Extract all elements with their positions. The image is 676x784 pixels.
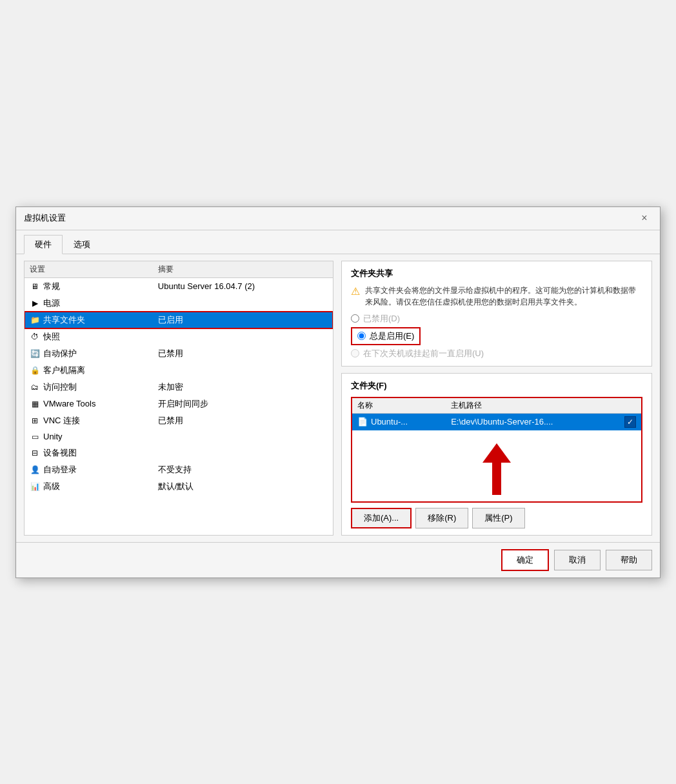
setting-name-text: 访问控制 xyxy=(43,381,77,393)
help-button[interactable]: 帮助 xyxy=(606,550,652,570)
setting-summary-cell: 已禁用 xyxy=(153,412,333,429)
folder-col-enabled xyxy=(619,398,641,414)
setting-name-cell: 📁共享文件夹 xyxy=(25,312,153,328)
tab-hardware[interactable]: 硬件 xyxy=(24,235,63,254)
col-setting: 设置 xyxy=(25,261,153,278)
setting-name-cell: 🗂访问控制 xyxy=(25,379,153,396)
radio-always[interactable] xyxy=(357,332,366,340)
tab-options[interactable]: 选项 xyxy=(63,235,101,254)
setting-name-cell: ▶电源 xyxy=(25,295,153,312)
setting-summary-cell: 默认/默认 xyxy=(153,478,333,495)
radio-next-row: 在下次关机或挂起前一直启用(U) xyxy=(351,348,642,359)
radio-always-outline: 总是启用(E) xyxy=(351,327,421,345)
sharing-title: 文件夹共享 xyxy=(351,268,642,279)
setting-name-text: VNC 连接 xyxy=(43,415,80,427)
add-folder-button[interactable]: 添加(A)... xyxy=(351,508,412,528)
setting-name-text: Unity xyxy=(43,432,63,441)
radio-disabled[interactable] xyxy=(351,314,359,323)
setting-summary-cell: 不受支持 xyxy=(153,461,333,478)
settings-row-advanced[interactable]: 📊高级默认/默认 xyxy=(25,478,333,495)
setting-name-text: VMware Tools xyxy=(43,399,95,408)
advanced-icon: 📊 xyxy=(30,481,40,492)
folder-name: Ubuntu-... xyxy=(371,417,408,427)
settings-table: 设置 摘要 🖥常规Ubuntu Server 16.04.7 (2)▶电源📁共享… xyxy=(25,261,333,495)
arrow-shaft xyxy=(492,463,501,495)
right-panel: 文件夹共享 ⚠ 共享文件夹会将您的文件显示给虚拟机中的程序。这可能为您的计算机和… xyxy=(341,261,652,536)
settings-row-shared_folder[interactable]: 📁共享文件夹已启用 xyxy=(25,312,333,328)
setting-name-cell: 👤自动登录 xyxy=(25,461,153,478)
autologin-icon: 👤 xyxy=(30,465,40,475)
folder-path-cell: E:\dev\Ubuntu-Server-16.... xyxy=(446,413,619,430)
cancel-button[interactable]: 取消 xyxy=(554,550,601,570)
settings-row-general[interactable]: 🖥常规Ubuntu Server 16.04.7 (2) xyxy=(25,277,333,295)
arrow-head xyxy=(482,443,511,463)
dialog-footer: 确定 取消 帮助 xyxy=(16,542,660,578)
folder-enabled-check: ✓ xyxy=(624,416,636,428)
setting-summary-cell: 未加密 xyxy=(153,379,333,396)
folder-section: 文件夹(F) 名称 主机路径 xyxy=(341,373,652,536)
red-arrow-up xyxy=(482,443,511,495)
setting-name-cell: ⏱快照 xyxy=(25,328,153,345)
folder-table-container: 名称 主机路径 📄 Ubuntu-... xyxy=(351,397,642,503)
tabs-bar: 硬件 选项 xyxy=(16,230,660,254)
radio-always-row: 总是启用(E) xyxy=(351,327,642,345)
setting-name-text: 设备视图 xyxy=(43,447,77,459)
radio-disabled-label: 已禁用(D) xyxy=(363,313,400,325)
snapshot-icon: ⏱ xyxy=(30,332,40,342)
folder-col-path: 主机路径 xyxy=(446,398,619,414)
setting-name-text: 常规 xyxy=(43,281,60,292)
folder-share-icon: 📁 xyxy=(30,315,40,325)
setting-name-text: 高级 xyxy=(43,481,60,492)
radio-group: 已禁用(D) 总是启用(E) 在下次关机或挂起前一直启用(U) xyxy=(351,313,642,359)
setting-name-text: 快照 xyxy=(43,331,60,343)
settings-row-unity[interactable]: ▭Unity xyxy=(25,429,333,445)
title-bar: 虚拟机设置 × xyxy=(16,207,660,230)
settings-row-access_control[interactable]: 🗂访问控制未加密 xyxy=(25,379,333,396)
confirm-button[interactable]: 确定 xyxy=(501,549,549,571)
warning-row: ⚠ 共享文件夹会将您的文件显示给虚拟机中的程序。这可能为您的计算机和数据带来风险… xyxy=(351,285,642,308)
setting-name-cell: 🔒客户机隔离 xyxy=(25,362,153,379)
dialog-title: 虚拟机设置 xyxy=(24,212,66,224)
folder-col-name: 名称 xyxy=(352,398,446,414)
radio-disabled-row: 已禁用(D) xyxy=(351,313,642,325)
setting-name-text: 客户机隔离 xyxy=(43,365,85,376)
settings-row-vnc[interactable]: ⊞VNC 连接已禁用 xyxy=(25,412,333,429)
vm-settings-dialog: 虚拟机设置 × 硬件 选项 设置 摘要 🖥常规Ubuntu Server 16.… xyxy=(15,206,661,578)
table-row: 📄 Ubuntu-... E:\dev\Ubuntu-Server-16....… xyxy=(352,413,641,430)
radio-always-label: 总是启用(E) xyxy=(370,330,414,342)
folder-file-icon: 📄 xyxy=(357,417,368,427)
access-icon: 🗂 xyxy=(30,382,40,392)
warning-icon: ⚠ xyxy=(351,285,360,297)
remove-folder-button[interactable]: 移除(R) xyxy=(415,508,468,528)
warning-text: 共享文件夹会将您的文件显示给虚拟机中的程序。这可能为您的计算机和数据带来风险。请… xyxy=(365,285,642,308)
folder-buttons: 添加(A)... 移除(R) 属性(P) xyxy=(351,508,642,528)
setting-summary-cell: Ubuntu Server 16.04.7 (2) xyxy=(153,277,333,295)
setting-summary-cell xyxy=(153,362,333,379)
folder-table: 名称 主机路径 📄 Ubuntu-... xyxy=(352,398,641,430)
folder-check-cell: ✓ xyxy=(619,413,641,430)
setting-summary-cell xyxy=(153,429,333,445)
dialog-body: 设置 摘要 🖥常规Ubuntu Server 16.04.7 (2)▶电源📁共享… xyxy=(16,254,660,542)
setting-name-text: 共享文件夹 xyxy=(43,314,85,326)
settings-row-power[interactable]: ▶电源 xyxy=(25,295,333,312)
setting-name-cell: ⊟设备视图 xyxy=(25,445,153,461)
radio-next[interactable] xyxy=(351,349,359,357)
properties-button[interactable]: 属性(P) xyxy=(472,508,524,528)
setting-name-text: 电源 xyxy=(43,297,60,309)
setting-summary-cell xyxy=(153,295,333,312)
unity-icon: ▭ xyxy=(30,432,40,442)
vnc-icon: ⊞ xyxy=(30,416,40,426)
radio-next-label: 在下次关机或挂起前一直启用(U) xyxy=(363,348,484,359)
close-button[interactable]: × xyxy=(637,210,652,226)
settings-row-auto_protect[interactable]: 🔄自动保护已禁用 xyxy=(25,345,333,362)
device-icon: ⊟ xyxy=(30,448,40,458)
setting-name-cell: 📊高级 xyxy=(25,478,153,495)
settings-row-vmware_tools[interactable]: ▦VMware Tools开启时间同步 xyxy=(25,396,333,412)
setting-summary-cell xyxy=(153,445,333,461)
annotation-arrow xyxy=(352,430,641,501)
settings-row-auto_login[interactable]: 👤自动登录不受支持 xyxy=(25,461,333,478)
settings-row-snapshot[interactable]: ⏱快照 xyxy=(25,328,333,345)
settings-row-device_view[interactable]: ⊟设备视图 xyxy=(25,445,333,461)
monitor-icon: 🖥 xyxy=(30,281,40,292)
settings-row-guest_isolation[interactable]: 🔒客户机隔离 xyxy=(25,362,333,379)
